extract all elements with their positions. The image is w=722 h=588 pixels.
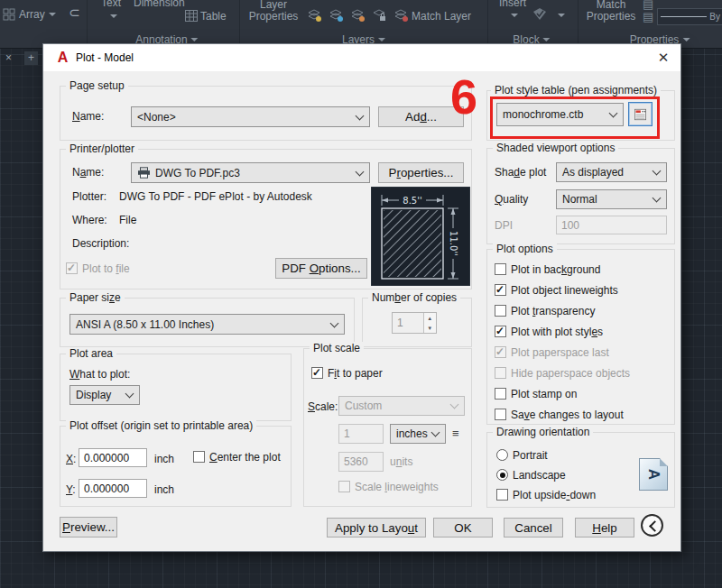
text-dropdown-chevron[interactable]	[110, 14, 117, 18]
scale-dropdown: Custom	[338, 396, 465, 416]
checkbox[interactable]	[495, 263, 506, 275]
x-offset-label: X:	[66, 453, 76, 465]
checkbox[interactable]	[193, 451, 205, 463]
stepper-down-icon[interactable]: ▼	[424, 323, 436, 333]
bylayer-line-dropdown[interactable]: By	[657, 8, 722, 25]
checkbox[interactable]	[495, 409, 506, 420]
layer-tool-icon-3[interactable]	[348, 7, 366, 23]
page-setup-name-label: Name:	[72, 110, 104, 123]
group-legend: Plot offset (origin set to printable are…	[66, 419, 256, 432]
group-plot-offset: Plot offset (origin set to printable are…	[60, 426, 292, 507]
group-number-of-copies: Number of copies 1 ▲▼	[362, 298, 472, 347]
ribbon: Array ⊂ Text Dimension Table Annotation …	[0, 0, 722, 49]
list-icon[interactable]: ▤	[643, 0, 653, 10]
checkbox[interactable]	[495, 388, 506, 400]
ribbon-layer-properties-button[interactable]: Layer Properties	[245, 0, 301, 23]
landscape-paper-icon: A	[639, 458, 668, 491]
shade-plot-dropdown[interactable]: As displayed	[556, 162, 667, 182]
help-button[interactable]: Help	[575, 518, 634, 537]
group-legend: Printer/plotter	[66, 142, 138, 155]
what-to-plot-dropdown[interactable]: Display	[69, 385, 140, 405]
scale-label: Scale:	[308, 400, 338, 413]
new-drawing-tab-button[interactable]: +	[24, 51, 38, 65]
y-offset-unit: inch	[154, 483, 174, 496]
preview-button[interactable]: Preview...	[60, 517, 117, 537]
ribbon-text-button[interactable]: Text	[101, 0, 121, 9]
file-tab-close-icon[interactable]: ×	[5, 51, 12, 64]
panel-divider	[578, 0, 579, 48]
paper-size-dropdown[interactable]: ANSI A (8.50 x 11.00 Inches)	[69, 314, 345, 335]
radio-button[interactable]	[496, 449, 508, 461]
quality-label: Quality	[495, 193, 528, 206]
where-value: File	[119, 214, 136, 226]
offset-icon[interactable]: ⊂	[69, 6, 80, 18]
ribbon-array-button[interactable]: Array	[19, 9, 56, 21]
cancel-button[interactable]: Cancel	[504, 518, 563, 537]
x-offset-input[interactable]: 0.000000	[79, 448, 147, 467]
paper-preview: 8.5'' 11.0''	[371, 187, 470, 286]
printer-icon	[137, 167, 151, 179]
page-setup-name-dropdown[interactable]: <None>	[131, 106, 370, 127]
chevron-left-icon	[649, 520, 661, 532]
checkbox[interactable]	[495, 284, 506, 296]
layer-tool-icon-1[interactable]	[305, 7, 323, 23]
close-icon[interactable]: ✕	[652, 46, 675, 69]
insert-block-icon[interactable]	[531, 6, 549, 23]
dropdown-value: As displayed	[562, 166, 624, 179]
what-to-plot-label: What to plot:	[69, 368, 130, 381]
ribbon-dimension-button[interactable]: Dimension	[134, 0, 185, 9]
dropdown-value: <None>	[137, 111, 176, 124]
chevron-down-icon	[609, 109, 618, 118]
chevron-down-icon	[356, 167, 365, 176]
edit-plot-style-icon	[634, 107, 646, 122]
copies-stepper[interactable]: 1 ▲▼	[392, 312, 437, 334]
block-flyout-chevron[interactable]	[558, 14, 565, 17]
ribbon-insert-button[interactable]: Insert	[499, 0, 526, 9]
insert-dropdown-chevron[interactable]	[511, 14, 518, 17]
dropdown-value: Normal	[562, 193, 597, 206]
unit-menu-icon[interactable]: ≡	[452, 427, 459, 440]
layer-lock-icon[interactable]	[370, 7, 388, 23]
ribbon-table-button[interactable]: Table	[200, 11, 227, 23]
chevron-down-icon	[653, 194, 662, 203]
paper-width-dim: 8.5''	[403, 196, 421, 206]
stepper-up-icon[interactable]: ▲	[424, 313, 436, 323]
shade-plot-label: Shade plot	[495, 166, 546, 179]
panel-divider	[487, 0, 488, 48]
ribbon-match-layer-button[interactable]: Match Layer	[412, 11, 471, 23]
radio-button[interactable]	[496, 469, 508, 481]
group-legend: Paper size	[66, 291, 125, 304]
dialog-titlebar[interactable]: A Plot - Model ✕	[43, 44, 680, 71]
checkbox[interactable]	[495, 305, 506, 317]
layer-tool-icon-2[interactable]	[327, 7, 345, 23]
chevron-down-icon	[431, 428, 440, 437]
plot-style-table-dropdown[interactable]: monochrome.ctb	[496, 103, 624, 126]
dropdown-value: monochrome.ctb	[503, 108, 583, 121]
quality-dropdown[interactable]: Normal	[556, 189, 667, 209]
group-plot-scale: Plot scale Fit to paper Scale: Custom 1 …	[303, 348, 472, 507]
dropdown-value: Display	[76, 389, 111, 401]
checkbox[interactable]	[66, 262, 78, 274]
checkbox[interactable]	[495, 326, 506, 337]
y-offset-input[interactable]: 0.000000	[79, 479, 147, 498]
autocad-logo-icon: A	[55, 50, 70, 65]
checkbox[interactable]	[496, 489, 508, 501]
layer-tool-icon-5[interactable]	[392, 7, 410, 23]
group-legend: Plot area	[66, 347, 116, 360]
dropdown-value: Custom	[345, 400, 382, 412]
edit-plot-style-button[interactable]	[628, 102, 653, 126]
scale-unit-dropdown[interactable]: inches	[390, 424, 446, 444]
ribbon-match-properties-button[interactable]: Match Properties	[581, 0, 641, 23]
ok-button[interactable]: OK	[433, 518, 493, 537]
less-options-button[interactable]	[641, 514, 663, 537]
plotter-label: Plotter:	[72, 190, 106, 203]
printer-name-label: Name:	[72, 166, 104, 179]
checkbox[interactable]	[311, 367, 323, 379]
dropdown-value: ANSI A (8.50 x 11.00 Inches)	[76, 318, 214, 331]
pdf-options-button[interactable]: PDF Options...	[275, 258, 367, 279]
line-swatch	[661, 16, 707, 17]
printer-properties-button[interactable]: Properties...	[378, 162, 464, 183]
apply-to-layout-button[interactable]: Apply to Layout	[327, 518, 426, 537]
printer-name-dropdown[interactable]: DWG To PDF.pc3	[131, 162, 370, 183]
list-icon[interactable]: ▤	[643, 11, 653, 23]
